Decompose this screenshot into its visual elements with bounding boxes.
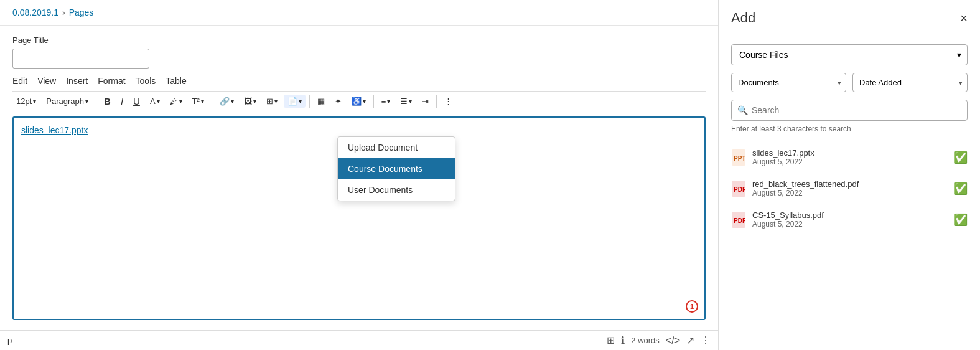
document-button[interactable]: 📄▾ [284,95,306,108]
image-button[interactable]: 🖼▾ [240,95,260,108]
file-name-1: slides_lec17.pptx [752,148,948,158]
indent-button[interactable]: ⇥ [418,95,432,108]
underline-button[interactable]: U [129,94,144,108]
more-icon: ⋮ [444,97,452,106]
search-input[interactable] [731,100,968,121]
page-title-input[interactable] [12,49,149,69]
upload-document-option[interactable]: Upload Document [338,137,455,158]
paragraph-picker[interactable]: Paragraph ▾ [42,95,92,108]
course-files-label: Course Files [739,50,788,60]
expand-icon[interactable]: ↗ [686,334,694,346]
list-button[interactable]: ☰▾ [396,95,416,108]
menu-tools[interactable]: Tools [136,76,156,86]
font-color-button[interactable]: A▾ [146,95,164,108]
menu-format[interactable]: Format [98,76,125,86]
more-button[interactable]: ⋮ [441,95,456,108]
file-info-2: red_black_trees_flattened.pdf August 5, … [752,179,948,197]
list-item[interactable]: PDF red_black_trees_flattened.pdf August… [731,173,968,204]
paragraph-chevron-icon: ▾ [85,98,88,105]
file-name-2: red_black_trees_flattened.pdf [752,179,948,189]
panel-header: Add × [719,0,980,34]
status-bar: p ⊞ ℹ 2 words </> ↗ ⋮ [0,330,718,350]
superscript-chevron-icon: ▾ [201,98,204,105]
breadcrumb-parent-link[interactable]: 0.08.2019.1 [12,7,58,17]
menu-view[interactable]: View [37,76,56,86]
paragraph-label: Paragraph [46,97,84,106]
editor-body[interactable]: slides_lec17.pptx Upload Document Course… [12,116,706,320]
info-icon[interactable]: ℹ [621,334,625,346]
search-icon: 🔍 [737,105,748,115]
embed-icon: ⊞ [266,97,273,106]
close-panel-button[interactable]: × [960,12,968,24]
course-files-dropdown[interactable]: Course Files [731,44,968,65]
panel-title: Add [731,10,755,26]
file-date-1: August 5, 2022 [752,158,948,166]
documents-filter-wrap: Documents ▾ [731,73,846,92]
main-editor-area: 0.08.2019.1 › Pages Page Title Edit View… [0,0,719,350]
editor-content-link[interactable]: slides_lec17.pptx [21,125,88,135]
search-hint: Enter at least 3 characters to search [731,125,968,133]
more-options-icon[interactable]: ⋮ [701,334,711,346]
cursor-position-label: p [7,336,12,345]
embed-button[interactable]: ⊞▾ [263,95,281,108]
page-title-label: Page Title [12,35,706,45]
code-view-icon[interactable]: </> [666,335,680,346]
document-chevron-icon: ▾ [299,98,302,105]
search-wrap: 🔍 [731,100,968,121]
date-filter-select[interactable]: Date Added [852,73,968,92]
superscript-button[interactable]: T²▾ [189,95,208,108]
lti-button[interactable]: ▦ [314,95,329,108]
file-info-1: slides_lec17.pptx August 5, 2022 [752,148,948,166]
character-count-badge: 1 [686,300,698,313]
status-bar-right: ⊞ ℹ 2 words </> ↗ ⋮ [607,334,711,346]
font-color-icon: A [150,97,156,106]
italic-button[interactable]: I [117,94,127,108]
toolbar-divider-2 [212,95,212,108]
toolbar-divider-4 [373,95,374,108]
embed-chevron-icon: ▾ [274,98,278,105]
breadcrumb-current-link[interactable]: Pages [69,7,94,17]
font-size-picker[interactable]: 12pt ▾ [12,95,40,108]
align-chevron-icon: ▾ [387,98,390,105]
menu-table[interactable]: Table [166,76,186,86]
table-icon[interactable]: ⊞ [607,334,615,346]
svg-text:PDF: PDF [734,217,745,224]
documents-filter-select[interactable]: Documents [731,73,846,92]
file-check-3: ✅ [954,213,968,227]
user-documents-option[interactable]: User Documents [338,179,455,201]
course-documents-option[interactable]: Course Documents [338,158,455,179]
right-panel: Add × Course Files ▾ Documents ▾ Date Ad… [719,0,980,350]
file-check-2: ✅ [954,182,968,196]
indent-icon: ⇥ [422,97,429,106]
align-button[interactable]: ≡▾ [378,95,394,108]
editor-toolbar: 12pt ▾ Paragraph ▾ B I U A▾ 🖊▾ T²▾ 🔗▾ [12,91,706,111]
editor-container: Page Title Edit View Insert Format Tools… [0,26,718,330]
ai-button[interactable]: ✦ [331,95,345,108]
menu-bar: Edit View Insert Format Tools Table [12,76,706,86]
word-count-label: 2 words [631,336,660,345]
accessibility-icon: ♿ [352,97,362,106]
file-name-3: CS-15_Syllabus.pdf [752,210,948,220]
list-item[interactable]: PPT slides_lec17.pptx August 5, 2022 ✅ [731,142,968,173]
pdf-file-icon-2: PDF [731,180,746,197]
svg-text:PDF: PDF [734,186,745,193]
panel-body: Course Files ▾ Documents ▾ Date Added ▾ … [719,34,980,350]
list-chevron-icon: ▾ [409,98,412,105]
accessibility-chevron-icon: ▾ [363,98,366,105]
menu-insert[interactable]: Insert [66,76,88,86]
highlight-button[interactable]: 🖊▾ [166,95,186,108]
file-date-2: August 5, 2022 [752,189,948,197]
image-icon: 🖼 [244,97,252,106]
list-item[interactable]: PDF CS-15_Syllabus.pdf August 5, 2022 ✅ [731,204,968,235]
pptx-file-icon: PPT [731,149,746,166]
file-list: PPT slides_lec17.pptx August 5, 2022 ✅ P… [731,142,968,235]
file-check-1: ✅ [954,151,968,164]
superscript-icon: T² [192,97,200,106]
link-button[interactable]: 🔗▾ [216,95,238,108]
list-icon: ☰ [400,97,408,106]
date-filter-wrap: Date Added ▾ [852,73,968,92]
bold-button[interactable]: B [100,94,114,108]
document-icon: 📄 [287,97,297,106]
accessibility-button[interactable]: ♿▾ [348,95,370,108]
menu-edit[interactable]: Edit [12,76,27,86]
